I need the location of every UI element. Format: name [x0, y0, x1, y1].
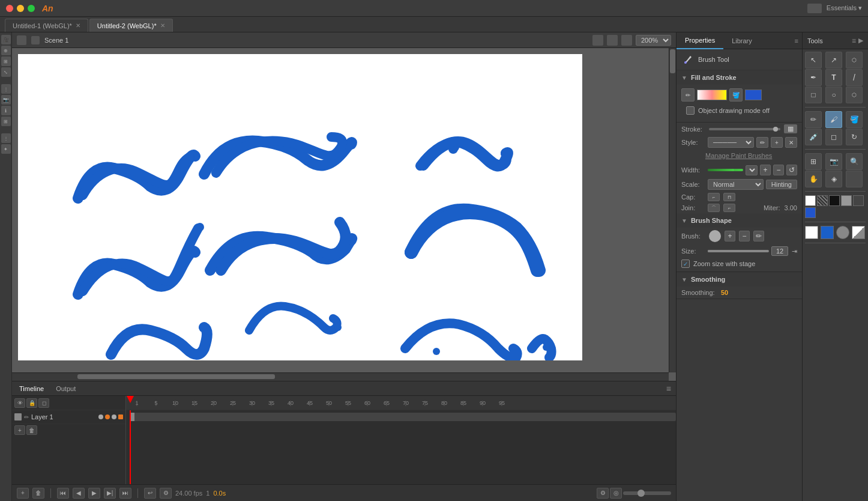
cap-round-btn[interactable]: ⌐: [708, 193, 720, 201]
width-unit-select[interactable]: ▾: [746, 165, 758, 175]
outline-icon[interactable]: ◻: [38, 398, 49, 408]
tool-oval[interactable]: ○: [825, 87, 842, 103]
style-select[interactable]: ───── - - - ......: [708, 137, 754, 148]
tool-rotate[interactable]: ↻: [846, 129, 863, 145]
tool-transform[interactable]: ⊞: [805, 153, 822, 170]
tool-line[interactable]: /: [846, 69, 863, 86]
delete-layer-btn[interactable]: 🗑: [26, 425, 37, 435]
onion-skin-btn[interactable]: ◎: [610, 488, 622, 499]
smoothing-value[interactable]: 50: [721, 289, 728, 296]
frame-fwd-btn[interactable]: ▶|: [104, 488, 116, 499]
dots-icon[interactable]: ⋮: [1, 133, 11, 143]
tool-hand[interactable]: ✋: [805, 171, 822, 187]
tool-camera[interactable]: 📷: [825, 153, 842, 170]
style-add-btn[interactable]: +: [771, 137, 783, 148]
stroke-slider[interactable]: [709, 128, 780, 130]
effects-icon[interactable]: ✦: [1, 144, 11, 154]
tab-untitled1[interactable]: Untitled-1 (WebGL)* ✕: [5, 19, 88, 32]
h-scrollbar-thumb[interactable]: [77, 374, 274, 379]
frames-layer[interactable]: [126, 410, 676, 484]
tab-close-icon[interactable]: ✕: [160, 22, 165, 29]
tab-timeline[interactable]: Timeline: [17, 385, 46, 392]
tool-pencil[interactable]: ✏: [805, 111, 822, 128]
swatch-white[interactable]: [805, 195, 816, 206]
layer-keyframe[interactable]: [118, 414, 123, 419]
snap-icon[interactable]: ⊕: [1, 46, 11, 55]
settings-icon[interactable]: [807, 4, 822, 13]
delete-frame-btn[interactable]: 🗑: [32, 488, 44, 499]
settings-btn[interactable]: ⚙: [160, 488, 172, 499]
tool-rect[interactable]: □: [805, 87, 822, 103]
layer-dot3[interactable]: [112, 414, 116, 419]
stroke-value-btn[interactable]: ▦: [784, 124, 797, 133]
width-increase-btn[interactable]: +: [760, 165, 771, 175]
tool-selection[interactable]: ↖: [805, 52, 822, 68]
tool-eraser[interactable]: ◻: [825, 129, 842, 145]
scale-select[interactable]: Normal Vertical Horizontal: [708, 179, 764, 190]
zoom-checkbox[interactable]: ✓: [681, 260, 690, 268]
stage-icon[interactable]: [621, 35, 632, 46]
fill-color-swatch[interactable]: [805, 226, 818, 239]
tab-properties[interactable]: Properties: [677, 32, 723, 49]
tools-expand-icon[interactable]: ≡: [852, 37, 856, 45]
step-fwd-btn[interactable]: ⏭: [119, 488, 131, 499]
window-controls[interactable]: [6, 5, 35, 12]
maximize-button[interactable]: [28, 5, 35, 12]
layer-name[interactable]: Layer 1: [31, 413, 53, 421]
cap-square-btn[interactable]: ⊓: [723, 193, 735, 201]
width-reset-btn[interactable]: ↺: [786, 165, 797, 175]
style-edit-btn[interactable]: ✏: [756, 137, 768, 148]
tool-asset[interactable]: ◈: [825, 171, 842, 187]
fill-gradient-swatch[interactable]: [697, 90, 727, 100]
stroke-slider-thumb[interactable]: [773, 127, 778, 132]
tool-paint-bucket[interactable]: 🪣: [846, 111, 863, 128]
brush-add-btn[interactable]: +: [725, 231, 735, 241]
add-layer-btn[interactable]: +: [14, 425, 25, 435]
swap-colors-btn[interactable]: [852, 226, 865, 239]
scene-settings-icon[interactable]: [31, 36, 40, 44]
eye-icon[interactable]: 👁: [14, 398, 25, 408]
tools-collapse-btn[interactable]: ▶: [858, 37, 863, 45]
horizontal-scrollbar[interactable]: [12, 372, 669, 381]
join-bevel-btn[interactable]: ⌐: [723, 204, 735, 212]
panel-collapse-btn[interactable]: ≡: [791, 37, 802, 44]
transform-icon[interactable]: ⊞: [1, 56, 11, 66]
join-round-btn[interactable]: ⌒: [708, 204, 720, 212]
zoom-select[interactable]: 200% 100% 50%: [636, 35, 671, 46]
loop-btn[interactable]: ↩: [144, 488, 156, 499]
fit-icon[interactable]: [607, 35, 618, 46]
frame-back-btn[interactable]: ◀: [73, 488, 85, 499]
camera-icon[interactable]: 🎥: [1, 35, 11, 44]
layer-dot1[interactable]: [98, 414, 103, 419]
size-lock-icon[interactable]: ⇥: [792, 247, 797, 255]
tl-settings-icon[interactable]: ⚙: [597, 488, 609, 499]
tab-untitled2[interactable]: Untitled-2 (WebGL)* ✕: [89, 19, 173, 32]
size-slider[interactable]: [708, 250, 769, 252]
tab-library[interactable]: Library: [723, 32, 761, 49]
tool-eyedropper[interactable]: 💉: [805, 129, 822, 145]
brush-shape-header[interactable]: ▼ Brush Shape: [677, 213, 802, 228]
canvas-scroll[interactable]: [12, 48, 676, 381]
brush-remove-btn[interactable]: −: [739, 231, 750, 241]
smoothing-header[interactable]: ▼ Smoothing: [677, 272, 802, 287]
timeline-menu-icon[interactable]: ≡: [666, 384, 671, 393]
camera-view-icon[interactable]: [592, 35, 603, 46]
tool-brush[interactable]: 🖌: [825, 111, 842, 128]
fill-eyedropper-btn[interactable]: ✏: [681, 88, 695, 102]
tl-zoom-thumb[interactable]: [637, 490, 645, 497]
hinting-btn[interactable]: Hinting: [766, 180, 797, 189]
workspace-label[interactable]: Essentials ▾: [827, 4, 862, 12]
swatch-dgray[interactable]: [853, 195, 864, 206]
tool-lasso[interactable]: ⬡: [846, 52, 863, 68]
layer-fold-icon[interactable]: [14, 413, 22, 421]
play-btn[interactable]: ▶: [88, 488, 100, 499]
width-decrease-btn[interactable]: −: [773, 165, 784, 175]
width-slider[interactable]: [708, 169, 743, 171]
playhead[interactable]: [130, 410, 131, 484]
swatch-none[interactable]: [817, 195, 828, 206]
camera2-icon[interactable]: 📷: [1, 95, 11, 105]
stroke-color-swatch[interactable]: [745, 90, 762, 100]
tool-poly[interactable]: ⬡: [846, 87, 863, 103]
stroke-swatch[interactable]: [821, 226, 834, 239]
paint-bucket-btn[interactable]: 🪣: [729, 88, 743, 102]
